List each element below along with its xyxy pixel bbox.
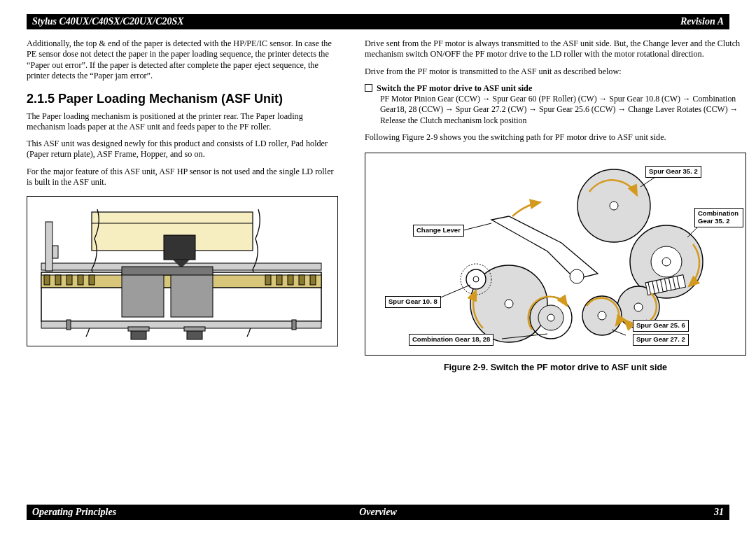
footer-left: Operating Principles (32, 507, 116, 518)
footer-bar: Operating Principles Overview 31 (27, 505, 729, 520)
svg-rect-28 (66, 320, 71, 330)
svg-point-36 (634, 303, 643, 311)
subsection-title: Switch the PF motor drive to ASF unit si… (377, 83, 532, 94)
header-right: Revision A (680, 16, 724, 27)
header-bar: Stylus C40UX/C40SX/C20UX/C20SX Revision … (27, 14, 729, 29)
svg-rect-10 (44, 275, 50, 285)
svg-rect-15 (265, 275, 271, 285)
svg-point-34 (662, 258, 671, 266)
para: Drive sent from the PF motor is always t… (365, 38, 746, 60)
checkbox-icon (365, 84, 372, 92)
para: Following Figure 2-9 shows you the switc… (365, 132, 746, 143)
svg-point-45 (473, 276, 479, 282)
para: The Paper loading mechanism is positione… (27, 111, 338, 133)
svg-point-31 (610, 202, 618, 210)
label-spur-27-2: Spur Gear 27. 2 (633, 334, 689, 346)
left-column: Additionally, the top & end of the paper… (27, 38, 338, 374)
figure-asf-unit (27, 196, 338, 346)
right-column: Drive sent from the PF motor is always t… (365, 38, 746, 374)
svg-rect-26 (128, 327, 149, 331)
para: Additionally, the top & end of the paper… (27, 38, 338, 81)
svg-rect-18 (299, 275, 304, 285)
svg-rect-13 (78, 275, 83, 285)
svg-rect-6 (52, 246, 58, 258)
svg-rect-17 (288, 275, 293, 285)
content: Additionally, the top & end of the paper… (27, 38, 729, 374)
svg-rect-23 (41, 321, 321, 328)
svg-rect-11 (55, 275, 61, 285)
svg-rect-3 (164, 235, 195, 260)
label-spur-25-6: Spur Gear 25. 6 (633, 320, 689, 332)
svg-point-43 (547, 314, 554, 321)
gear-diagram-svg (365, 153, 747, 356)
label-comb-35-2: Combination Gear 35. 2 (694, 208, 743, 227)
asf-diagram-svg (27, 197, 338, 346)
svg-point-38 (598, 311, 606, 320)
svg-rect-19 (310, 275, 316, 285)
para: Drive from the PF motor is transmitted t… (365, 66, 746, 77)
subsection: Switch the PF motor drive to ASF unit si… (365, 83, 746, 94)
svg-rect-16 (276, 275, 282, 285)
label-change-lever: Change Lever (413, 225, 464, 237)
svg-rect-27 (184, 327, 205, 331)
svg-rect-29 (292, 320, 296, 330)
svg-line-59 (463, 223, 491, 230)
para: This ASF unit was designed newly for thi… (27, 139, 338, 160)
footer-right: 31 (714, 507, 724, 518)
svg-line-62 (612, 330, 626, 335)
svg-point-40 (505, 300, 513, 308)
section-heading: 2.1.5 Paper Loading Mechanism (ASF Unit) (27, 91, 338, 107)
para: For the major feature of this ASF unit, … (27, 167, 338, 188)
svg-rect-14 (89, 275, 94, 285)
svg-rect-5 (46, 222, 52, 271)
figure-gear-train: Spur Gear 35. 2 Combination Gear 35. 2 C… (365, 153, 746, 356)
svg-rect-12 (66, 275, 72, 285)
label-spur-10-8: Spur Gear 10. 8 (385, 296, 441, 308)
label-spur-35-2: Spur Gear 35. 2 (645, 166, 701, 178)
svg-point-47 (570, 269, 584, 283)
svg-rect-21 (171, 274, 213, 317)
figure-caption: Figure 2-9. Switch the PF motor drive to… (365, 363, 746, 374)
svg-rect-20 (122, 274, 164, 317)
footer-center: Overview (359, 507, 397, 518)
label-comb-18-28: Combination Gear 18, 28 (409, 334, 493, 346)
header-left: Stylus C40UX/C40SX/C20UX/C20SX (32, 16, 184, 27)
gear-path: PF Motor Pinion Gear (CCW) → Spur Gear 6… (380, 94, 746, 126)
svg-rect-22 (122, 267, 213, 275)
